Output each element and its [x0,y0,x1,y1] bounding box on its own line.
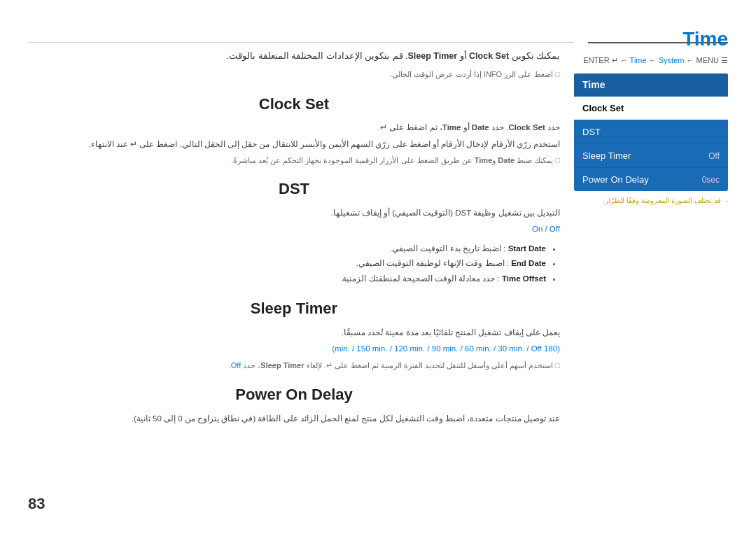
clock-set-title: Clock Set [28,91,560,117]
dst-option: On / Off [28,223,560,237]
dst-bullet-list: Start Date : اضبط تاريخ بدء التوقيت الصي… [28,242,560,286]
sleep-timer-body: يعمل على إيقاف تشغيل المنتج تلقائيًا بعد… [28,326,560,340]
power-on-delay-body: عند توصيل منتجات متعددة، اضبط وقت التشغي… [28,412,560,426]
menu-item-sleep-timer-value: Off [708,151,720,161]
top-divider-left [28,42,574,43]
power-on-delay-title: Power On Delay [28,381,560,407]
menu-item-power-on-delay[interactable]: Power On Delay 0sec [574,168,728,191]
dst-body: التبديل بين تشغيل وظيفة DST (التوقيت الص… [28,206,560,220]
clock-set-body2: استخدم زرّي الأرقام لإدخال الأرقام أو اض… [28,138,560,152]
intro-text: يمكنك تكوين Clock Set أو Sleep Timer. قم… [28,49,560,64]
menu-item-sleep-timer-label: Sleep Timer [582,150,631,161]
clock-set-body1: حدد Clock Set. حدد Date أو Time، ثم اضغط… [28,121,560,135]
dst-bullet-start: Start Date : اضبط تاريخ بدء التوقيت الصي… [28,242,546,256]
breadcrumb: ENTER ↵ ← Time ← System ← MENU ☰ [574,56,728,65]
sleep-timer-title: Sleep Timer [28,295,560,321]
menu-item-dst[interactable]: DST [574,120,728,144]
dst-bullet-end: End Date : اضبط وقت الإنهاء لوظيفة التوق… [28,257,546,271]
menu-item-sleep-timer[interactable]: Sleep Timer Off [574,144,728,168]
main-content: يمكنك تكوين Clock Set أو Sleep Timer. قم… [28,49,560,506]
menu-item-power-on-delay-label: Power On Delay [582,174,649,185]
note-bullet: - [726,197,728,204]
menu-item-clock-set[interactable]: Clock Set [574,97,728,120]
sleep-timer-sub: استخدم أسهم أعلى وأسفل للتنقل لتحديد الف… [28,359,560,372]
section-power-on-delay: Power On Delay عند توصيل منتجات متعددة، … [28,381,560,426]
clock-set-sub: يمكنك ضبط Date وTime عن طريق الضغط على ا… [28,154,560,167]
dst-title: DST [28,176,560,202]
time-menu: Time Clock Set DST Sleep Timer Off Power… [574,73,728,191]
section-clock-set: Clock Set حدد Clock Set. حدد Date أو Tim… [28,91,560,167]
dst-bullet-offset: Time Offset : حدد معادلة الوقت الصحيحة ل… [28,272,546,286]
panel-title: Time [574,28,728,50]
section-dst: DST التبديل بين تشغيل وظيفة DST (التوقيت… [28,176,560,286]
menu-item-power-on-delay-value: 0sec [702,175,720,185]
menu-header: Time [574,73,728,97]
menu-item-clock-set-label: Clock Set [582,103,624,113]
intro-sub: اضغط على الزر INFO إذا أردت عرض الوقت ال… [28,68,560,81]
sleep-timer-options: (180 min. / 150 min. / 120 min. / 90 min… [28,342,560,356]
breadcrumb-time: Time [630,56,647,64]
section-sleep-timer: Sleep Timer يعمل على إيقاف تشغيل المنتج … [28,295,560,372]
right-panel: Time ENTER ↵ ← Time ← System ← MENU ☰ Ti… [574,28,728,204]
panel-note: - قد تختلف الصورة المعروضة وفقًا للطرّاز… [574,197,728,204]
note-content: قد تختلف الصورة المعروضة وفقًا للطرّاز. [603,197,721,204]
breadcrumb-system: System [659,56,685,64]
menu-item-dst-label: DST [582,127,601,137]
